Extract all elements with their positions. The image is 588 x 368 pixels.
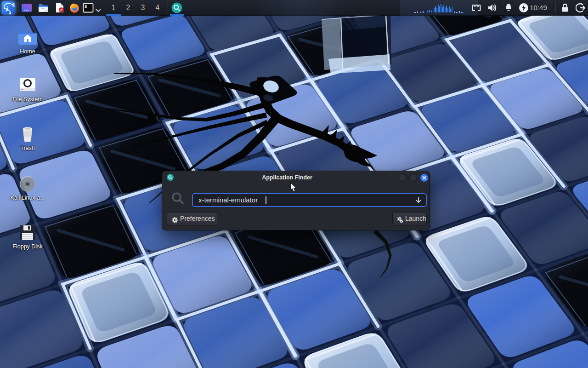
svg-text:$_: $_ [85, 5, 90, 9]
